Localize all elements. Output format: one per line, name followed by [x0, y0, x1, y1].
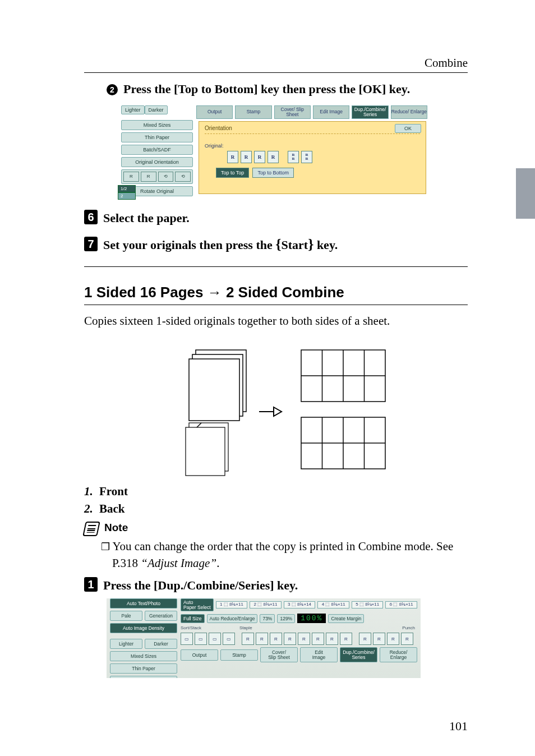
tray-1[interactable]: 1 ⬚ 8¹⁄₂×11 [216, 601, 248, 609]
header-rule [84, 72, 468, 73]
tab2-output[interactable]: Output [181, 649, 218, 661]
orig-orient-button[interactable]: Original Orientation [121, 157, 193, 167]
create-margin-button[interactable]: Create Margin [328, 614, 364, 623]
tray-4[interactable]: 4 ⬚ 8¹⁄₂×11 [317, 601, 349, 609]
lighter-button-2[interactable]: Lighter [110, 639, 142, 649]
staple-icon[interactable]: R [270, 633, 282, 645]
staple-icon[interactable]: R [340, 633, 352, 645]
glyph-r[interactable]: R [268, 151, 279, 163]
tray-5[interactable]: 5 ⬚ 8¹⁄₂×11 [352, 601, 384, 609]
section-body: Copies sixteen 1-sided originals togethe… [84, 313, 468, 329]
glyph-r-stack[interactable]: RR [288, 151, 299, 163]
glyph-r[interactable]: R [227, 151, 238, 163]
staple-icon[interactable]: R [312, 633, 324, 645]
batch-sadf-2[interactable]: Batch/SADF [110, 676, 177, 678]
orientation-panel: Orientation OK Original: R R R R RR RR T… [199, 121, 426, 194]
left-col2: Auto Text/Photo Pale Generation Auto Ima… [110, 598, 177, 678]
svg-rect-4 [186, 427, 225, 476]
auto-paper-select[interactable]: Auto Paper Select [181, 598, 214, 611]
punch-icon[interactable]: R [359, 633, 371, 645]
dup-combine-key: [Dup./Combine/Series] [154, 578, 274, 592]
tray-2[interactable]: 2 ⬚ 8¹⁄₂×11 [250, 601, 282, 609]
top-to-bottom-button[interactable]: Top to Bottom [252, 168, 294, 178]
glyph-r-stack[interactable]: RR [301, 151, 312, 163]
page-header: Combine [84, 56, 468, 70]
thin-paper-2[interactable]: Thin Paper [110, 663, 177, 674]
t: key. [313, 238, 338, 252]
punch-label: Punch [402, 625, 415, 630]
thin-paper-button[interactable]: Thin Paper [121, 132, 193, 142]
auto-text-photo-button[interactable]: Auto Text/Photo [110, 598, 177, 609]
tab2-cover[interactable]: Cover/ Slip Sheet [260, 647, 298, 662]
darker-button-2[interactable]: Darker [145, 639, 177, 649]
step5-sub2: 2 Press the [Top to Bottom] key then pre… [107, 81, 468, 98]
punch-icon[interactable]: R [401, 633, 413, 645]
tab2-dup[interactable]: Dup./Combine/ Series [340, 647, 377, 662]
glyph-r[interactable]: R [254, 151, 265, 163]
substep-number-2: 2 [107, 84, 118, 95]
main-col2: Auto Paper Select 1 ⬚ 8¹⁄₂×11 2 ⬚ 8¹⁄₂×1… [181, 598, 417, 665]
top-to-top-button[interactable]: Top to Top [216, 168, 249, 178]
staple-icon[interactable]: R [284, 633, 296, 645]
auto-re-button[interactable]: Auto Reduce/Enlarge [207, 614, 258, 623]
finish-icon[interactable]: ▭ [181, 633, 193, 645]
bracket-open: { [275, 236, 281, 252]
ratio-display: 100% [297, 614, 326, 623]
mode-row: Top to Top Top to Bottom [216, 168, 420, 178]
finish-icon[interactable]: ▭ [223, 633, 235, 645]
orient-icon[interactable]: ⟲ [175, 172, 191, 182]
tab-dup-combine[interactable]: Dup./Combine/ Series [352, 105, 388, 119]
tab2-edit[interactable]: Edit Image [300, 647, 338, 662]
header-title: Combine [425, 56, 468, 70]
ratio-73[interactable]: 73% [260, 614, 275, 623]
punch-icon[interactable]: R [387, 633, 399, 645]
pale-button[interactable]: Pale [110, 611, 142, 621]
enum-1-n: 1. [84, 485, 96, 498]
mixed-sizes-2[interactable]: Mixed Sizes [110, 651, 177, 661]
batch-sadf-button[interactable]: Batch/SADF [121, 145, 193, 155]
orient-icon[interactable]: R [141, 172, 156, 182]
generation-button[interactable]: Generation [145, 611, 177, 621]
staple-icon[interactable]: R [256, 633, 268, 645]
staple-label: Staple [239, 625, 252, 630]
staple-icon[interactable]: R [242, 633, 254, 645]
tab-output[interactable]: Output [196, 105, 233, 119]
ok-button[interactable]: OK [395, 124, 421, 133]
bracket-close: } [308, 236, 313, 252]
page-tab-2[interactable]: 2 [118, 192, 136, 200]
staple-icon[interactable]: R [326, 633, 338, 645]
tab2-stamp[interactable]: Stamp [220, 649, 258, 661]
orientation-label: Orientation [205, 125, 232, 131]
tab-cover[interactable]: Cover/ Slip Sheet [274, 105, 311, 119]
tray-6[interactable]: 6 ⬚ 8¹⁄₂×11 [385, 601, 417, 609]
punch-icon[interactable]: R [373, 633, 385, 645]
staple-icon[interactable]: R [298, 633, 310, 645]
mixed-sizes-button[interactable]: Mixed Sizes [121, 120, 193, 130]
side-tab [516, 168, 535, 219]
ui-screenshot-main: Auto Text/Photo Pale Generation Auto Ima… [107, 598, 421, 678]
enum-1: 1. Front [84, 485, 468, 499]
step-number-1: 1 [84, 577, 98, 594]
tab-reduce[interactable]: Reduce/ Enlarge [391, 105, 427, 119]
note-body: You can change the order that the copy i… [112, 538, 468, 571]
finish-icon[interactable]: ▭ [195, 633, 207, 645]
orient-icon-row[interactable]: R R ⟲ ⟲ [121, 169, 193, 184]
tray-3[interactable]: 3 ⬚ 8¹⁄₂×14 [284, 601, 316, 609]
orient-icon[interactable]: ⟲ [158, 172, 174, 182]
finish-icon[interactable]: ▭ [209, 633, 221, 645]
tab-edit[interactable]: Edit Image [313, 105, 349, 119]
page-tab-1[interactable]: 1/2 [118, 185, 136, 192]
svg-rect-2 [189, 359, 239, 421]
tab-stamp[interactable]: Stamp [235, 105, 271, 119]
lighter-button[interactable]: Lighter [121, 105, 145, 114]
orient-icon[interactable]: R [123, 172, 139, 182]
darker-button[interactable]: Darker [145, 105, 168, 114]
tab-row: Output Stamp Cover/ Slip Sheet Edit Imag… [196, 105, 427, 119]
tab2-reduce[interactable]: Reduce/ Enlarge [380, 647, 417, 662]
full-size-button[interactable]: Full Size [181, 614, 205, 623]
density-toolbar: LighterDarker [121, 105, 168, 114]
key-top-to-bottom: [Top to Bottom] [174, 82, 258, 96]
auto-density-button[interactable]: Auto Image Density [110, 623, 177, 633]
ratio-129[interactable]: 129% [277, 614, 295, 623]
glyph-r[interactable]: R [241, 151, 252, 163]
